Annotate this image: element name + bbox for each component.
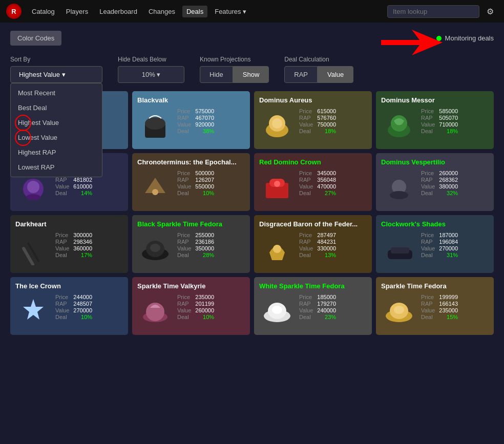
deal-value: 15%: [439, 314, 458, 320]
rap-value: 268362: [439, 177, 458, 183]
dropdown-item-lowest-value[interactable]: Lowest Value: [11, 130, 102, 145]
deal-card[interactable]: Disgraced Baron of the Feder... Price 28…: [254, 215, 372, 273]
value-label: Value: [299, 121, 313, 128]
card-body: Price 185000 RAP 179270 Value 240000 Dea…: [259, 294, 367, 330]
nav-leaderboard[interactable]: Leaderboard: [95, 6, 141, 17]
value-label: Value: [421, 307, 435, 313]
deal-value: 18%: [439, 128, 458, 134]
rap-label: RAP: [177, 177, 191, 183]
value-label: Value: [55, 245, 69, 251]
deal-card[interactable]: Clockwork's Shades Price 187000 RAP 1960…: [376, 215, 494, 273]
gear-icon[interactable]: ⚙: [482, 5, 498, 18]
svg-point-14: [152, 189, 158, 195]
deal-value: 14%: [73, 190, 92, 196]
dropdown-item-lowest-rap[interactable]: Lowest RAP: [11, 160, 102, 175]
deal-value: 28%: [195, 252, 214, 258]
deal-card[interactable]: Red Domino Crown Price 345000 RAP 356048…: [254, 153, 372, 211]
nav-changes[interactable]: Changes: [144, 6, 179, 17]
deal-card[interactable]: Darkheart Price 300000 RAP 298346 Value …: [10, 215, 128, 273]
price-value: 615000: [317, 108, 336, 114]
dropdown-item-highest-rap[interactable]: Highest RAP: [11, 145, 102, 160]
svg-point-20: [390, 191, 408, 199]
deal-value: 10%: [195, 314, 214, 320]
deal-label: Deal: [299, 190, 313, 196]
value-value: 235000: [439, 307, 458, 313]
deal-value: 31%: [439, 252, 458, 258]
deal-card[interactable]: Chronoterminus: the Epochal... Price 500…: [132, 153, 250, 211]
card-title: Clockwork's Shades: [381, 220, 489, 228]
card-stats: Price 300000 RAP 298346 Value 360000 Dea…: [55, 232, 92, 258]
svg-rect-28: [391, 247, 409, 253]
nav-features[interactable]: Features: [211, 6, 250, 17]
deal-card[interactable]: Blackvalk Price 575000 RAP 467070 Value …: [132, 91, 250, 149]
hide-deals-button[interactable]: 10% ▾: [118, 66, 184, 83]
price-label: Price: [421, 294, 435, 300]
card-body: Price 500000 RAP 126207 Value 550000 Dea…: [137, 170, 245, 206]
dropdown-item-best-deal[interactable]: Best Deal: [11, 100, 102, 115]
color-codes-button[interactable]: Color Codes: [10, 31, 61, 46]
deal-card[interactable]: White Sparkle Time Fedora Price 185000 R…: [254, 277, 372, 335]
deal-label: Deal: [55, 314, 69, 320]
deal-label: Deal: [55, 190, 69, 196]
card-title: Chronoterminus: the Epochal...: [137, 158, 245, 166]
price-label: Price: [421, 232, 435, 238]
known-projections-hide-button[interactable]: Hide: [200, 66, 233, 83]
card-title: The Ice Crown: [15, 282, 123, 290]
deal-card[interactable]: Dominus Messor Price 585000 RAP 505070 V…: [376, 91, 494, 149]
site-logo[interactable]: R: [6, 4, 22, 19]
card-title: White Sparkle Time Fedora: [259, 282, 367, 290]
rap-value: 196084: [439, 239, 458, 245]
card-image: [137, 170, 173, 206]
card-image: [381, 232, 417, 268]
card-stats: Price 199999 RAP 166143 Value 235000 Dea…: [421, 294, 458, 320]
deal-value: 10%: [73, 314, 92, 320]
deal-card[interactable]: Sparkle Time Valkyrie Price 235000 RAP 2…: [132, 277, 250, 335]
deal-card[interactable]: Dominus Vespertilio Price 260000 RAP 268…: [376, 153, 494, 211]
nav-deals[interactable]: Deals: [182, 6, 207, 17]
monitoring-label: Monitoring deals: [445, 34, 494, 42]
card-body: Price 244000 RAP 248507 Value 270000 Dea…: [15, 294, 123, 330]
value-label: Value: [299, 183, 313, 189]
rap-value: 576760: [317, 115, 336, 121]
sort-by-button[interactable]: Highest Value ▾: [10, 66, 102, 83]
price-label: Price: [55, 232, 69, 238]
card-title: Red Domino Crown: [259, 158, 367, 166]
rap-label: RAP: [299, 301, 313, 307]
value-label: Value: [421, 121, 435, 128]
card-image: [137, 108, 173, 144]
rap-label: RAP: [177, 239, 191, 245]
deal-card[interactable]: Dominus Aureus Price 615000 RAP 576760 V…: [254, 91, 372, 149]
nav-catalog[interactable]: Catalog: [28, 6, 59, 17]
card-stats: Price 235000 RAP 201199 Value 260000 Dea…: [177, 294, 214, 320]
card-image: [137, 294, 173, 330]
hide-deals-label: Hide Deals Below: [118, 56, 184, 63]
card-image: [259, 232, 295, 268]
deal-calc-value-button[interactable]: Value: [318, 66, 353, 83]
svg-point-12: [27, 181, 39, 193]
price-label: Price: [299, 170, 313, 176]
deal-card[interactable]: Black Sparkle Time Fedora Price 255000 R…: [132, 215, 250, 273]
price-value: 585000: [439, 108, 458, 114]
svg-point-33: [272, 306, 282, 314]
value-value: 330000: [317, 245, 336, 251]
deal-card[interactable]: Sparkle Time Fedora Price 199999 RAP 166…: [376, 277, 494, 335]
rap-label: RAP: [421, 301, 435, 307]
card-body: Price 199999 RAP 166143 Value 235000 Dea…: [381, 294, 489, 330]
rap-label: RAP: [177, 115, 191, 121]
deal-calculation-group: Deal Calculation RAP Value: [284, 56, 353, 83]
card-body: Price 260000 RAP 268362 Value 380000 Dea…: [381, 170, 489, 206]
sort-by-group: Sort By Highest Value ▾ Most Recent Best…: [10, 56, 102, 83]
deal-value: 38%: [195, 128, 214, 134]
deal-label: Deal: [421, 190, 435, 196]
deal-label: Deal: [177, 128, 191, 134]
search-input[interactable]: [387, 5, 479, 18]
deal-calc-rap-button[interactable]: RAP: [284, 66, 318, 83]
deal-card[interactable]: The Ice Crown Price 244000 RAP 248507 Va…: [10, 277, 128, 335]
dropdown-item-highest-value[interactable]: Highest Value: [11, 115, 102, 130]
nav-players[interactable]: Players: [62, 6, 92, 17]
svg-point-17: [274, 181, 280, 187]
known-projections-show-button[interactable]: Show: [233, 66, 269, 83]
dropdown-item-most-recent[interactable]: Most Recent: [11, 86, 102, 100]
value-value: 380000: [439, 183, 458, 189]
price-value: 300000: [73, 232, 92, 238]
